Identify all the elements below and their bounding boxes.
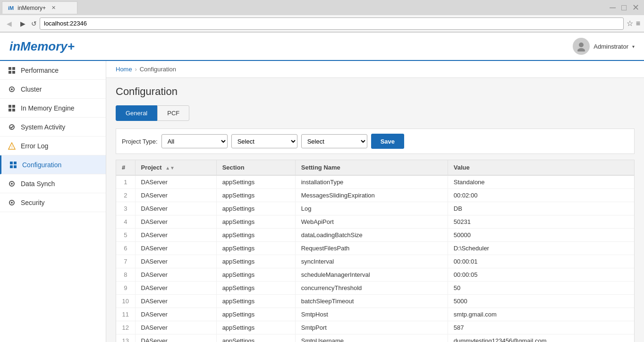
cell-setting-name: MessagesSlidingExpiration bbox=[295, 189, 448, 202]
cell-section: appSettings bbox=[216, 282, 295, 295]
cell-project: DAServer bbox=[135, 334, 216, 342]
cell-setting-name: installationType bbox=[295, 175, 448, 189]
table-row[interactable]: 10 DAServer appSettings batchSleepTimeou… bbox=[116, 295, 634, 308]
sidebar-item-security[interactable]: Security bbox=[0, 193, 106, 212]
select-filter-1[interactable]: Select bbox=[231, 134, 297, 148]
content-area: Home › Configuration Configuration Gener… bbox=[106, 61, 644, 342]
cell-setting-name: SmtpUsername bbox=[295, 334, 448, 342]
cell-project: DAServer bbox=[135, 321, 216, 334]
tab-bar: iM inMemory+ ✕ ─ □ ✕ bbox=[0, 0, 644, 15]
cell-section: appSettings bbox=[216, 242, 295, 255]
cell-num: 11 bbox=[116, 308, 135, 321]
forward-btn[interactable]: ▶ bbox=[17, 19, 28, 28]
svg-rect-15 bbox=[10, 162, 13, 164]
browser-menu-btn[interactable]: ≡ bbox=[636, 19, 640, 28]
sidebar-item-data-synch[interactable]: Data Synch bbox=[0, 174, 106, 193]
cell-project: DAServer bbox=[135, 229, 216, 242]
minimize-btn[interactable]: ─ bbox=[607, 3, 619, 13]
cell-num: 1 bbox=[116, 175, 135, 189]
tab-title: inMemory+ bbox=[17, 5, 46, 11]
cell-section: appSettings bbox=[216, 268, 295, 282]
project-type-select[interactable]: All bbox=[161, 134, 228, 148]
cell-section: appSettings bbox=[216, 308, 295, 321]
save-button[interactable]: Save bbox=[371, 134, 404, 149]
sidebar-item-in-memory-engine[interactable]: In Memory Engine bbox=[0, 99, 106, 118]
breadcrumb: Home › Configuration bbox=[106, 61, 644, 78]
tab-pcf[interactable]: PCF bbox=[157, 105, 189, 121]
cell-section: appSettings bbox=[216, 215, 295, 229]
cell-value: D:\Scheduler bbox=[448, 242, 634, 255]
breadcrumb-home[interactable]: Home bbox=[116, 66, 132, 73]
svg-rect-5 bbox=[12, 71, 15, 74]
cell-section: appSettings bbox=[216, 202, 295, 215]
svg-rect-2 bbox=[8, 67, 11, 70]
table-row[interactable]: 12 DAServer appSettings SmtpPort 587 bbox=[116, 321, 634, 334]
refresh-btn[interactable]: ↺ bbox=[31, 20, 37, 27]
cell-value: 00:00:05 bbox=[448, 268, 634, 282]
configuration-table[interactable]: # Project ▲▼ Section Setting Name Value … bbox=[116, 160, 635, 342]
project-sort-icon: ▲▼ bbox=[165, 165, 175, 171]
maximize-btn[interactable]: □ bbox=[619, 3, 629, 13]
svg-rect-8 bbox=[8, 105, 11, 108]
table-row[interactable]: 5 DAServer appSettings dataLoadingBatchS… bbox=[116, 229, 634, 242]
sidebar-item-performance[interactable]: Performance bbox=[0, 61, 106, 80]
cell-num: 10 bbox=[116, 295, 135, 308]
svg-point-7 bbox=[11, 88, 13, 90]
svg-text:!: ! bbox=[11, 145, 13, 149]
cell-num: 6 bbox=[116, 242, 135, 255]
table-row[interactable]: 7 DAServer appSettings syncInterval 00:0… bbox=[116, 255, 634, 268]
tab-close-btn[interactable]: ✕ bbox=[51, 5, 56, 11]
user-dropdown-arrow[interactable]: ▾ bbox=[632, 44, 635, 49]
cell-value: 50 bbox=[448, 282, 634, 295]
col-project[interactable]: Project ▲▼ bbox=[135, 160, 216, 175]
table-row[interactable]: 3 DAServer appSettings Log DB bbox=[116, 202, 634, 215]
cell-setting-name: Log bbox=[295, 202, 448, 215]
svg-point-22 bbox=[11, 202, 13, 204]
tabs: General PCF bbox=[116, 105, 635, 121]
svg-point-20 bbox=[11, 183, 13, 185]
table-body: 1 DAServer appSettings installationType … bbox=[116, 175, 634, 342]
table-row[interactable]: 2 DAServer appSettings MessagesSlidingEx… bbox=[116, 189, 634, 202]
sidebar-item-error-log[interactable]: ! Error Log bbox=[0, 137, 106, 155]
address-bar[interactable] bbox=[40, 17, 624, 30]
sidebar-item-label: Performance bbox=[21, 67, 59, 74]
col-setting-name: Setting Name bbox=[295, 160, 448, 175]
performance-icon bbox=[8, 66, 16, 75]
error-log-icon: ! bbox=[8, 142, 16, 150]
table-row[interactable]: 13 DAServer appSettings SmtpUsername dum… bbox=[116, 334, 634, 342]
back-btn[interactable]: ◀ bbox=[4, 19, 15, 28]
select-filter-2[interactable]: Select bbox=[301, 134, 367, 148]
close-window-btn[interactable]: ✕ bbox=[629, 2, 642, 13]
table-row[interactable]: 6 DAServer appSettings RequestFilesPath … bbox=[116, 242, 634, 255]
cell-project: DAServer bbox=[135, 242, 216, 255]
data-synch-icon bbox=[8, 180, 16, 188]
svg-point-0 bbox=[579, 43, 584, 47]
cell-num: 9 bbox=[116, 282, 135, 295]
table-row[interactable]: 1 DAServer appSettings installationType … bbox=[116, 175, 634, 189]
cell-project: DAServer bbox=[135, 189, 216, 202]
cell-project: DAServer bbox=[135, 175, 216, 189]
app-logo: inMemory+ bbox=[9, 39, 75, 54]
cell-value: Standalone bbox=[448, 175, 634, 189]
cell-setting-name: batchSleepTimeout bbox=[295, 295, 448, 308]
sidebar-item-cluster[interactable]: Cluster bbox=[0, 80, 106, 99]
nav-bar: ◀ ▶ ↺ ☆ ≡ bbox=[0, 15, 644, 32]
cell-project: DAServer bbox=[135, 295, 216, 308]
sidebar-item-label: Security bbox=[21, 199, 45, 206]
sidebar-item-configuration[interactable]: Configuration bbox=[0, 155, 106, 174]
tab-favicon: iM bbox=[8, 5, 14, 11]
sidebar-item-label: Error Log bbox=[21, 142, 48, 150]
cell-section: appSettings bbox=[216, 334, 295, 342]
table-row[interactable]: 9 DAServer appSettings concurrencyThresh… bbox=[116, 282, 634, 295]
table-row[interactable]: 4 DAServer appSettings WebApiPort 50231 bbox=[116, 215, 634, 229]
table-row[interactable]: 11 DAServer appSettings SmtpHost smtp.gm… bbox=[116, 308, 634, 321]
cell-setting-name: syncInterval bbox=[295, 255, 448, 268]
browser-tab[interactable]: iM inMemory+ ✕ bbox=[2, 1, 77, 14]
svg-rect-16 bbox=[14, 162, 17, 164]
sidebar-item-system-activity[interactable]: System Activity bbox=[0, 118, 106, 137]
sidebar-item-label: In Memory Engine bbox=[21, 104, 75, 112]
bookmark-btn[interactable]: ☆ bbox=[627, 19, 633, 28]
table-row[interactable]: 8 DAServer appSettings scheduleManagerIn… bbox=[116, 268, 634, 282]
tab-general[interactable]: General bbox=[116, 105, 157, 121]
cell-num: 13 bbox=[116, 334, 135, 342]
